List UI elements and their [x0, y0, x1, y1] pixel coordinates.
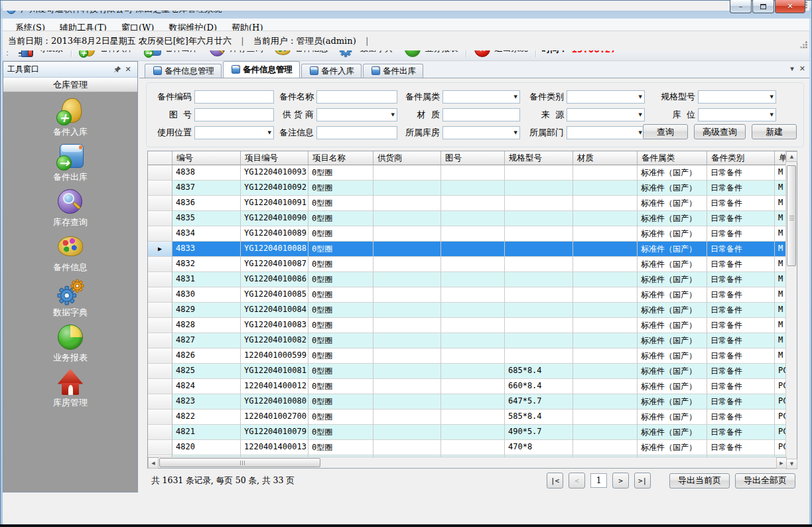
filter-input-备件编码[interactable]: [194, 90, 274, 104]
filter-input-图号[interactable]: [194, 108, 274, 121]
row-selector-cell[interactable]: [148, 196, 172, 211]
row-selector-cell[interactable]: [148, 272, 172, 287]
table-row[interactable]: 4838YG122040100930型圈标准件（国产）日常备件M: [148, 165, 787, 181]
row-selector-cell[interactable]: [148, 440, 172, 455]
sidebar-item-数据字典[interactable]: 数据字典: [3, 278, 137, 317]
sidebar-item-库存查询[interactable]: 库存查询: [3, 188, 137, 226]
table-row[interactable]: 4823YG122040100800型圈647*5.7标准件（国产）日常备件PC: [148, 394, 787, 410]
sidebar-item-备件出库[interactable]: →备件出库: [3, 143, 137, 181]
table-row[interactable]: 4835YG122040100900型圈标准件（国产）日常备件M: [148, 211, 787, 226]
table-row[interactable]: 4831YG122040100860型圈标准件（国产）日常备件M: [148, 272, 787, 287]
pin-icon[interactable]: [112, 65, 123, 74]
column-header[interactable]: 单位: [775, 151, 786, 165]
table-row[interactable]: 4832YG122040100870型圈标准件（国产）日常备件M: [148, 257, 787, 272]
row-selector-cell[interactable]: [148, 410, 172, 425]
row-selector-cell[interactable]: [148, 226, 172, 242]
export-current-page-button[interactable]: 导出当前页: [669, 473, 730, 489]
table-cell: 日常备件: [707, 226, 775, 242]
table-row[interactable]: 4821YG122040100790型圈490*5.7标准件（国产）日常备件PC: [148, 425, 787, 440]
filter-select-备件属类[interactable]: [442, 90, 520, 104]
row-selector-cell[interactable]: ▶: [148, 242, 172, 257]
close-button[interactable]: ✕: [775, 0, 805, 13]
filter-button-新建[interactable]: 新建: [752, 124, 797, 139]
filter-input-备件名称[interactable]: [316, 90, 397, 104]
row-selector-cell[interactable]: [148, 257, 172, 272]
table-row[interactable]: 482212204010027000型圈585*8.4标准件（国产）日常备件PC: [148, 410, 787, 425]
column-header[interactable]: 编号: [172, 151, 241, 165]
scroll-right-icon[interactable]: ▶: [776, 457, 787, 469]
row-selector-cell[interactable]: [148, 333, 172, 348]
column-header[interactable]: 材质: [573, 151, 638, 165]
tab-备件入库[interactable]: 备件入库: [301, 64, 362, 78]
filter-button-查询[interactable]: 查询: [643, 124, 688, 139]
row-selector-cell[interactable]: [148, 348, 172, 364]
sidebar-item-业务报表[interactable]: 业务报表: [3, 323, 137, 362]
table-row[interactable]: 4830YG122040100850型圈标准件（国产）日常备件M: [148, 287, 787, 303]
panel-close-icon[interactable]: ✕: [123, 65, 133, 74]
last-page-button[interactable]: >|: [634, 473, 651, 489]
row-selector-cell[interactable]: [148, 165, 172, 181]
vertical-scroll-thumb[interactable]: [787, 165, 796, 266]
filter-select-备件类别[interactable]: [567, 90, 645, 104]
sidebar-item-库房管理[interactable]: 库房管理: [3, 368, 137, 407]
table-row[interactable]: 4829YG122040100840型圈标准件（国产）日常备件M: [148, 303, 787, 318]
export-all-pages-button[interactable]: 导出全部页: [735, 473, 795, 489]
scroll-up-icon[interactable]: ▲: [786, 151, 797, 162]
row-selector-cell[interactable]: [148, 181, 172, 196]
row-selector-cell[interactable]: [148, 379, 172, 394]
row-selector-cell[interactable]: [148, 425, 172, 440]
filter-select-使用位置[interactable]: [194, 126, 274, 139]
table-row[interactable]: 482412204014000120型圈660*8.4标准件（国产）日常备件PC: [148, 379, 787, 394]
table-row[interactable]: 482012204014000130型圈470*8标准件（国产）日常备件PC: [148, 440, 787, 455]
table-row[interactable]: 4836YG122040100910型圈标准件（国产）日常备件M: [148, 196, 787, 211]
minimize-button[interactable]: –: [730, 0, 752, 13]
filter-input-备注信息[interactable]: [316, 126, 397, 139]
page-number-input[interactable]: 1: [590, 473, 607, 488]
column-header[interactable]: 供货商: [373, 151, 441, 165]
scroll-left-icon[interactable]: ◀: [148, 457, 159, 469]
next-page-button[interactable]: >: [612, 473, 629, 489]
tab-备件信息管理[interactable]: 备件信息管理: [145, 64, 222, 78]
tab-备件信息管理[interactable]: 备件信息管理: [223, 61, 300, 78]
filter-button-高级查询[interactable]: 高级查询: [694, 124, 746, 139]
sidebar-item-备件信息[interactable]: 备件信息: [3, 233, 137, 271]
row-selector-cell[interactable]: [148, 364, 172, 379]
column-header[interactable]: 项目编号: [241, 151, 308, 165]
filter-select-来源[interactable]: [567, 108, 645, 121]
tab-备件出库[interactable]: 备件出库: [363, 64, 423, 78]
tab-close-icon[interactable]: ✕: [799, 64, 805, 73]
column-header[interactable]: 备件类别: [707, 151, 775, 165]
row-selector-cell[interactable]: [148, 318, 172, 333]
filter-select-规格型号[interactable]: [698, 90, 776, 104]
row-selector-cell[interactable]: [148, 211, 172, 226]
table-row[interactable]: 482612204010005990型圈标准件（国产）日常备件M: [148, 348, 787, 364]
table-row[interactable]: 4827YG122040100820型圈标准件（国产）日常备件M: [148, 333, 787, 348]
column-header[interactable]: 项目名称: [308, 151, 373, 165]
column-header[interactable]: 规格型号: [505, 151, 573, 165]
filter-select-所属部门[interactable]: [567, 126, 645, 139]
sidebar-item-备件入库[interactable]: +备件入库: [3, 98, 137, 136]
table-row[interactable]: 4834YG122040100890型圈标准件（国产）日常备件M: [148, 226, 787, 242]
first-page-button[interactable]: |<: [547, 473, 563, 489]
filter-input-材质[interactable]: [442, 108, 520, 121]
filter-select-供货商[interactable]: [316, 108, 397, 121]
vertical-scrollbar[interactable]: ▲ ▼: [785, 151, 797, 469]
maximize-button[interactable]: [752, 0, 774, 13]
column-header[interactable]: 备件属类: [638, 151, 707, 165]
scroll-down-icon[interactable]: ▼: [786, 459, 797, 469]
table-row[interactable]: ▶4833YG122040100880型圈标准件（国产）日常备件M: [148, 242, 787, 257]
filter-select-所属库房[interactable]: [442, 126, 520, 139]
horizontal-scrollbar[interactable]: ◀ ▶: [148, 457, 787, 468]
filter-select-库位[interactable]: [698, 108, 776, 121]
prev-page-button[interactable]: <: [569, 473, 585, 489]
table-cell: 0型圈: [308, 226, 373, 242]
table-row[interactable]: 4837YG122040100920型圈标准件（国产）日常备件M: [148, 181, 787, 196]
row-selector-cell[interactable]: [148, 394, 172, 410]
table-row[interactable]: 4825YG122040100810型圈685*8.4标准件（国产）日常备件PC: [148, 364, 787, 379]
table-row[interactable]: 4828YG122040100830型圈标准件（国产）日常备件M: [148, 318, 787, 333]
row-selector-cell[interactable]: [148, 303, 172, 318]
tab-list-icon[interactable]: ▾: [790, 64, 794, 73]
row-selector-cell[interactable]: [148, 287, 172, 303]
horizontal-scroll-thumb[interactable]: [159, 458, 320, 467]
column-header[interactable]: 图号: [441, 151, 505, 165]
